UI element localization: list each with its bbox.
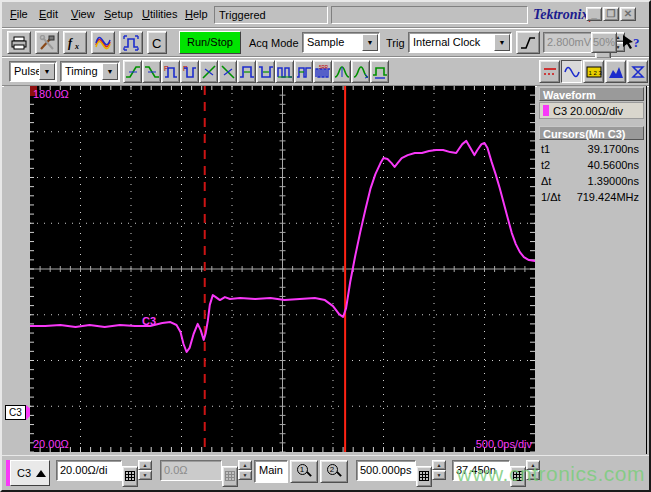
negative-width-p-button[interactable]: P — [180, 60, 199, 83]
c-button[interactable]: C — [147, 31, 167, 54]
trigger-status: Triggered — [214, 6, 328, 24]
rise-time-button[interactable] — [123, 60, 142, 83]
print-icon — [11, 35, 27, 51]
svg-text:x: x — [74, 42, 79, 51]
histogram-button[interactable] — [605, 60, 626, 83]
menu-view[interactable]: View — [71, 8, 95, 20]
trigger-level-field[interactable]: 2.800mV — [543, 32, 595, 53]
dt-value: 1.39000ns — [588, 175, 639, 187]
readout-icon: 1 2 3 — [586, 64, 602, 80]
horizontal-position-spinner[interactable]: ▲▼ — [526, 460, 540, 481]
offset-spinner[interactable]: ▲▼ — [238, 460, 252, 481]
cursors-button[interactable] — [539, 60, 560, 83]
acquisition-button[interactable] — [119, 31, 143, 54]
main-timebase-button[interactable]: Main — [254, 460, 288, 483]
keypad-icon[interactable] — [416, 466, 432, 487]
waveforms-button[interactable] — [91, 31, 115, 54]
menu-file[interactable]: File — [10, 8, 28, 20]
readout-button[interactable]: 1 2 3 — [583, 60, 604, 83]
vertical-scale-group: 20.00Ω/di ▲▼ — [56, 460, 152, 487]
oscilloscope-window: File Edit View Setup Utilities Help Trig… — [0, 0, 651, 492]
timebase-spinner[interactable]: ▲▼ — [432, 460, 446, 481]
horizontal-position-field[interactable]: 37.450n — [452, 460, 510, 481]
positive-pulse-icon — [239, 64, 255, 80]
negative-pulse-button[interactable] — [256, 60, 275, 83]
main-toolbar: fxC Run/Stop Acq Mode Sample▼ Trig Inter… — [2, 29, 649, 57]
peak-alt-button[interactable] — [351, 60, 370, 83]
measure-category-select[interactable]: Pulse▼ — [9, 61, 57, 82]
positive-pulse-button[interactable] — [237, 60, 256, 83]
help-pointer-icon: ? — [621, 34, 641, 52]
trace-label: C3 — [142, 315, 156, 327]
channel-position-marker[interactable]: C3 — [5, 405, 26, 420]
run-stop-button[interactable]: Run/Stop — [179, 31, 241, 54]
timebase-field[interactable]: 500.000ps — [356, 460, 416, 481]
waveform-entry-label: C3 20.00Ω/div — [553, 105, 623, 117]
chevron-down-icon[interactable]: ▼ — [494, 34, 510, 51]
close-button[interactable]: ✕ — [620, 7, 636, 21]
menu-help[interactable]: Help — [185, 8, 208, 20]
burst-train-button[interactable]: 5RR — [313, 60, 332, 83]
waveform-display-button[interactable] — [561, 60, 582, 83]
chevron-down-icon[interactable]: ▼ — [102, 63, 118, 80]
keypad-icon[interactable] — [222, 466, 238, 487]
fx-button[interactable]: fx — [63, 31, 87, 54]
menu-setup[interactable]: Setup — [104, 8, 133, 20]
t1-value: 39.1700ns — [588, 143, 639, 155]
tools-button[interactable] — [35, 31, 59, 54]
positive-width-p-button[interactable]: P — [161, 60, 180, 83]
chevron-down-icon[interactable]: ▼ — [39, 63, 55, 80]
duty-cycle-button[interactable] — [294, 60, 313, 83]
t1-label: t1 — [541, 143, 550, 155]
negative-pulse-icon — [258, 64, 274, 80]
vertical-scale-spinner[interactable]: ▲▼ — [138, 460, 152, 481]
cursor-inv-dt-row: 1/Δt 719.424MHz — [541, 191, 642, 207]
minimize-button[interactable]: _ — [586, 7, 602, 21]
bottom-control-bar: C3 20.00Ω/di ▲▼ 0.0Ω ▲▼ Main 1 2 500.000… — [2, 455, 649, 490]
waveform-graticule[interactable]: 180.0Ω 20.00Ω 500.0ps/div C3 — [30, 86, 535, 452]
pulse-burst-icon — [277, 64, 293, 80]
waveform-entry-row[interactable]: C3 20.00Ω/div — [539, 102, 644, 119]
channel-color-swatch — [543, 105, 549, 116]
zoom-1-button[interactable]: 1 — [290, 460, 318, 483]
print-button[interactable] — [7, 31, 31, 54]
horizontal-position-group: 37.450n ▲▼ — [452, 460, 540, 487]
eye-diagram-button[interactable] — [627, 60, 648, 83]
measurement-toolbar: Pulse▼ Timing▼ PP5RR 1 2 3 — [2, 58, 649, 86]
magnifier-1-icon: 1 — [297, 464, 312, 479]
plot-left-margin: C3 — [4, 86, 30, 454]
rising-edge-button[interactable] — [199, 60, 218, 83]
peak-alt-icon — [353, 64, 369, 80]
keypad-icon[interactable] — [510, 466, 526, 487]
t2-label: t2 — [541, 159, 550, 171]
measure-type-select[interactable]: Timing▼ — [60, 61, 120, 82]
pulse-burst-button[interactable] — [275, 60, 294, 83]
menu-utilities[interactable]: Utilities — [142, 8, 177, 20]
rise-time-icon — [125, 64, 141, 80]
set-50-percent-button[interactable]: 50% — [591, 32, 617, 53]
peak-icon — [334, 64, 350, 80]
peak-button[interactable] — [332, 60, 351, 83]
keypad-icon[interactable] — [122, 466, 138, 487]
falling-edge-button[interactable] — [218, 60, 237, 83]
chevron-down-icon[interactable]: ▼ — [362, 34, 378, 51]
cursors-icon — [542, 64, 558, 80]
flat-top-icon — [372, 64, 388, 80]
channel-select-button[interactable]: C3 — [10, 460, 50, 486]
acquisition-icon — [123, 35, 139, 51]
menu-edit[interactable]: Edit — [39, 8, 58, 20]
title-bar: File Edit View Setup Utilities Help Trig… — [2, 2, 649, 28]
offset-field[interactable]: 0.0Ω — [160, 460, 222, 481]
zoom-2-button[interactable]: 2 — [320, 460, 348, 483]
message-box — [331, 6, 528, 24]
restore-button[interactable]: ❐ — [603, 7, 619, 21]
trigger-source-select[interactable]: Internal Clock▼ — [408, 32, 512, 53]
fall-time-button[interactable] — [142, 60, 161, 83]
trigger-slope-button[interactable] — [516, 31, 540, 54]
help-pointer-button[interactable]: ? — [619, 31, 643, 54]
vertical-scale-field[interactable]: 20.00Ω/di — [56, 460, 122, 481]
svg-text:1 2 3: 1 2 3 — [588, 70, 602, 76]
dt-label: Δt — [541, 175, 551, 187]
flat-top-button[interactable] — [370, 60, 389, 83]
acq-mode-select[interactable]: Sample▼ — [302, 32, 380, 53]
